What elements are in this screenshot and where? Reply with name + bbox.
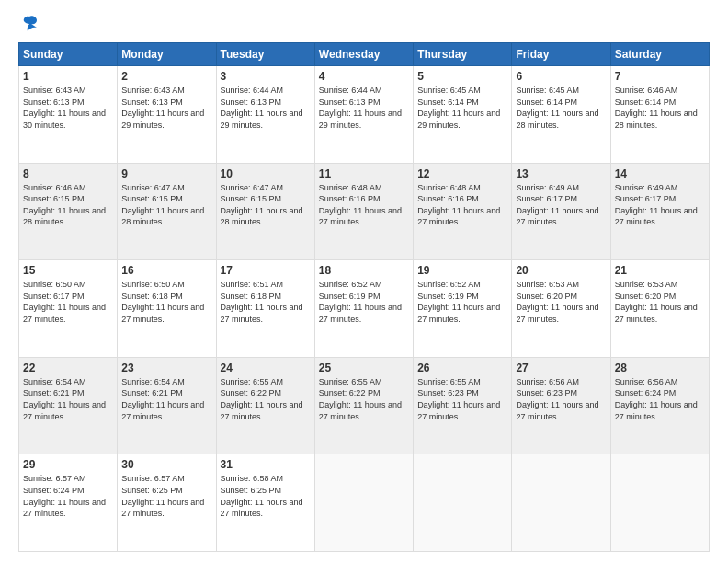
cell-info: Sunrise: 6:53 AMSunset: 6:20 PMDaylight:… xyxy=(615,280,698,324)
day-number: 12 xyxy=(417,167,507,180)
calendar-week-row: 1Sunrise: 6:43 AMSunset: 6:13 PMDaylight… xyxy=(19,66,710,164)
day-number: 13 xyxy=(516,167,606,180)
cell-info: Sunrise: 6:51 AMSunset: 6:18 PMDaylight:… xyxy=(221,280,303,324)
cell-info: Sunrise: 6:55 AMSunset: 6:23 PMDaylight:… xyxy=(417,377,500,421)
calendar-cell: 11Sunrise: 6:48 AMSunset: 6:16 PMDayligh… xyxy=(314,163,413,260)
calendar-cell: 5Sunrise: 6:45 AMSunset: 6:14 PMDaylight… xyxy=(414,66,512,164)
cell-info: Sunrise: 6:50 AMSunset: 6:17 PMDaylight:… xyxy=(23,280,106,324)
calendar-cell: 9Sunrise: 6:47 AMSunset: 6:15 PMDaylight… xyxy=(118,163,216,260)
cell-info: Sunrise: 6:45 AMSunset: 6:14 PMDaylight:… xyxy=(516,86,598,130)
cell-info: Sunrise: 6:54 AMSunset: 6:21 PMDaylight:… xyxy=(23,377,106,421)
day-number: 11 xyxy=(319,167,409,180)
calendar-cell: 19Sunrise: 6:52 AMSunset: 6:19 PMDayligh… xyxy=(414,260,512,358)
cell-info: Sunrise: 6:49 AMSunset: 6:17 PMDaylight:… xyxy=(516,183,598,227)
calendar-cell: 27Sunrise: 6:56 AMSunset: 6:23 PMDayligh… xyxy=(512,357,610,454)
calendar-cell: 15Sunrise: 6:50 AMSunset: 6:17 PMDayligh… xyxy=(19,260,118,358)
calendar-cell: 1Sunrise: 6:43 AMSunset: 6:13 PMDaylight… xyxy=(19,66,118,164)
day-number: 17 xyxy=(221,264,311,277)
calendar-cell: 13Sunrise: 6:49 AMSunset: 6:17 PMDayligh… xyxy=(512,163,610,260)
cell-info: Sunrise: 6:46 AMSunset: 6:15 PMDaylight:… xyxy=(23,183,106,227)
day-number: 22 xyxy=(23,362,113,374)
day-number: 5 xyxy=(417,70,507,83)
day-number: 15 xyxy=(23,264,113,277)
cell-info: Sunrise: 6:55 AMSunset: 6:22 PMDaylight:… xyxy=(319,377,402,421)
day-number: 3 xyxy=(221,70,311,83)
cell-info: Sunrise: 6:57 AMSunset: 6:25 PMDaylight:… xyxy=(121,474,204,518)
day-number: 9 xyxy=(121,167,211,180)
calendar-cell: 26Sunrise: 6:55 AMSunset: 6:23 PMDayligh… xyxy=(414,357,512,454)
page: SundayMondayTuesdayWednesdayThursdayFrid… xyxy=(0,0,728,563)
day-number: 18 xyxy=(319,264,409,277)
day-number: 6 xyxy=(516,70,606,83)
calendar-day-header: Friday xyxy=(512,43,610,66)
day-number: 20 xyxy=(516,264,606,277)
calendar-cell: 28Sunrise: 6:56 AMSunset: 6:24 PMDayligh… xyxy=(610,357,709,454)
calendar-cell: 12Sunrise: 6:48 AMSunset: 6:16 PMDayligh… xyxy=(414,163,512,260)
day-number: 8 xyxy=(23,167,113,180)
cell-info: Sunrise: 6:45 AMSunset: 6:14 PMDaylight:… xyxy=(417,86,500,130)
day-number: 1 xyxy=(23,70,113,83)
calendar-day-header: Monday xyxy=(118,43,216,66)
calendar-cell: 6Sunrise: 6:45 AMSunset: 6:14 PMDaylight… xyxy=(512,66,610,164)
calendar-day-header: Sunday xyxy=(19,43,118,66)
day-number: 28 xyxy=(615,362,705,374)
day-number: 2 xyxy=(121,70,211,83)
calendar-body: 1Sunrise: 6:43 AMSunset: 6:13 PMDaylight… xyxy=(19,66,710,552)
cell-info: Sunrise: 6:47 AMSunset: 6:15 PMDaylight:… xyxy=(221,183,303,227)
calendar-cell: 21Sunrise: 6:53 AMSunset: 6:20 PMDayligh… xyxy=(610,260,709,358)
calendar-day-header: Thursday xyxy=(414,43,512,66)
logo-bird-icon xyxy=(20,15,39,33)
logo xyxy=(18,15,39,33)
calendar-table: SundayMondayTuesdayWednesdayThursdayFrid… xyxy=(18,42,710,552)
day-number: 16 xyxy=(121,264,211,277)
cell-info: Sunrise: 6:48 AMSunset: 6:16 PMDaylight:… xyxy=(319,183,402,227)
day-number: 7 xyxy=(615,70,705,83)
calendar-day-header: Tuesday xyxy=(216,43,314,66)
day-number: 23 xyxy=(121,362,211,374)
calendar-day-header: Saturday xyxy=(610,43,709,66)
calendar-cell: 4Sunrise: 6:44 AMSunset: 6:13 PMDaylight… xyxy=(314,66,413,164)
calendar-header-row: SundayMondayTuesdayWednesdayThursdayFrid… xyxy=(19,43,710,66)
cell-info: Sunrise: 6:55 AMSunset: 6:22 PMDaylight:… xyxy=(221,377,303,421)
cell-info: Sunrise: 6:44 AMSunset: 6:13 PMDaylight:… xyxy=(221,86,303,130)
cell-info: Sunrise: 6:53 AMSunset: 6:20 PMDaylight:… xyxy=(516,280,598,324)
calendar-week-row: 8Sunrise: 6:46 AMSunset: 6:15 PMDaylight… xyxy=(19,163,710,260)
calendar-week-row: 15Sunrise: 6:50 AMSunset: 6:17 PMDayligh… xyxy=(19,260,710,358)
day-number: 21 xyxy=(615,264,705,277)
cell-info: Sunrise: 6:43 AMSunset: 6:13 PMDaylight:… xyxy=(121,86,204,130)
calendar-cell: 25Sunrise: 6:55 AMSunset: 6:22 PMDayligh… xyxy=(314,357,413,454)
cell-info: Sunrise: 6:43 AMSunset: 6:13 PMDaylight:… xyxy=(23,86,106,130)
calendar-cell: 18Sunrise: 6:52 AMSunset: 6:19 PMDayligh… xyxy=(314,260,413,358)
cell-info: Sunrise: 6:52 AMSunset: 6:19 PMDaylight:… xyxy=(417,280,500,324)
cell-info: Sunrise: 6:49 AMSunset: 6:17 PMDaylight:… xyxy=(615,183,698,227)
cell-info: Sunrise: 6:47 AMSunset: 6:15 PMDaylight:… xyxy=(121,183,204,227)
calendar-day-header: Wednesday xyxy=(314,43,413,66)
calendar-cell: 8Sunrise: 6:46 AMSunset: 6:15 PMDaylight… xyxy=(19,163,118,260)
day-number: 19 xyxy=(417,264,507,277)
calendar-cell: 2Sunrise: 6:43 AMSunset: 6:13 PMDaylight… xyxy=(118,66,216,164)
cell-info: Sunrise: 6:54 AMSunset: 6:21 PMDaylight:… xyxy=(121,377,204,421)
calendar-cell xyxy=(314,454,413,552)
calendar-cell: 24Sunrise: 6:55 AMSunset: 6:22 PMDayligh… xyxy=(216,357,314,454)
cell-info: Sunrise: 6:58 AMSunset: 6:25 PMDaylight:… xyxy=(221,474,303,518)
day-number: 10 xyxy=(221,167,311,180)
calendar-cell: 22Sunrise: 6:54 AMSunset: 6:21 PMDayligh… xyxy=(19,357,118,454)
calendar-cell: 10Sunrise: 6:47 AMSunset: 6:15 PMDayligh… xyxy=(216,163,314,260)
cell-info: Sunrise: 6:52 AMSunset: 6:19 PMDaylight:… xyxy=(319,280,402,324)
calendar-cell: 30Sunrise: 6:57 AMSunset: 6:25 PMDayligh… xyxy=(118,454,216,552)
day-number: 30 xyxy=(121,458,211,471)
cell-info: Sunrise: 6:46 AMSunset: 6:14 PMDaylight:… xyxy=(615,86,698,130)
calendar-cell: 23Sunrise: 6:54 AMSunset: 6:21 PMDayligh… xyxy=(118,357,216,454)
calendar-cell: 16Sunrise: 6:50 AMSunset: 6:18 PMDayligh… xyxy=(118,260,216,358)
calendar-cell: 17Sunrise: 6:51 AMSunset: 6:18 PMDayligh… xyxy=(216,260,314,358)
header xyxy=(18,15,710,33)
day-number: 29 xyxy=(23,458,113,471)
calendar-week-row: 22Sunrise: 6:54 AMSunset: 6:21 PMDayligh… xyxy=(19,357,710,454)
day-number: 14 xyxy=(615,167,705,180)
day-number: 24 xyxy=(221,362,311,374)
calendar-week-row: 29Sunrise: 6:57 AMSunset: 6:24 PMDayligh… xyxy=(19,454,710,552)
cell-info: Sunrise: 6:56 AMSunset: 6:24 PMDaylight:… xyxy=(615,377,698,421)
day-number: 27 xyxy=(516,362,606,374)
cell-info: Sunrise: 6:48 AMSunset: 6:16 PMDaylight:… xyxy=(417,183,500,227)
cell-info: Sunrise: 6:57 AMSunset: 6:24 PMDaylight:… xyxy=(23,474,106,518)
